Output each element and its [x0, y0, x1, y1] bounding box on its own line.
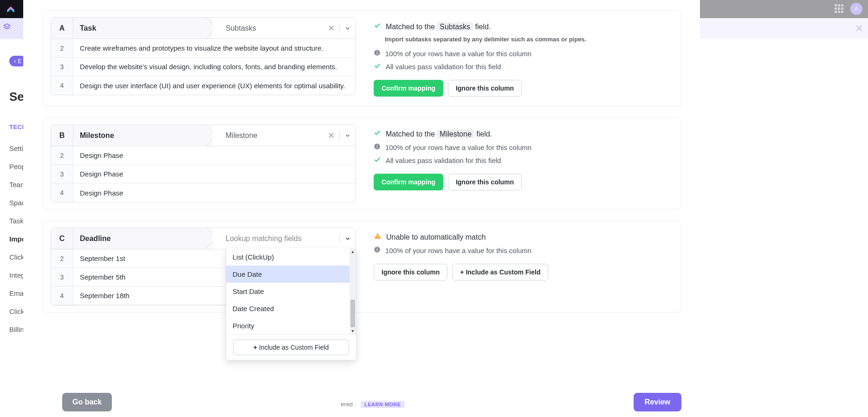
clickup-logo-icon: [6, 4, 16, 14]
include-custom-field-button[interactable]: +Include as Custom Field: [233, 339, 349, 355]
confirm-mapping-button[interactable]: Confirm mapping: [374, 174, 443, 190]
dropdown-option[interactable]: Priority: [226, 317, 356, 334]
column-letter: B: [51, 125, 73, 146]
ignore-column-button[interactable]: Ignore this column: [374, 264, 447, 280]
dropdown-option[interactable]: Start Date: [226, 283, 356, 300]
chevron-down-icon[interactable]: [344, 25, 351, 32]
mapping-card-task: A Task Subtasks ✕: [43, 10, 681, 106]
scroll-up-icon[interactable]: ▲: [350, 248, 356, 255]
plus-icon: +: [253, 344, 257, 351]
confirm-mapping-button[interactable]: Confirm mapping: [374, 80, 443, 97]
check-icon: [374, 129, 381, 138]
table-row: 2Design Phase: [51, 146, 356, 165]
check-icon: [374, 62, 381, 71]
chevron-down-icon[interactable]: [344, 235, 351, 242]
check-icon: [374, 156, 381, 165]
preview-table: A Task Subtasks ✕: [51, 17, 356, 95]
table-row: 4Design Phase: [51, 183, 356, 202]
import-mapping-modal: A Task Subtasks ✕: [23, 0, 700, 417]
mapping-card-milestone: B Milestone Milestone ✕: [43, 117, 681, 209]
scroll-down-icon[interactable]: ▼: [350, 328, 356, 334]
info-icon: [374, 49, 381, 58]
svg-point-6: [377, 144, 378, 145]
learn-more-link[interactable]: LEARN MORE: [361, 401, 405, 408]
table-row: 3Design Phase: [51, 165, 356, 183]
scrollbar[interactable]: ▲ ▼: [350, 248, 356, 334]
preview-table: C Deadline Lookup matching fields: [51, 228, 356, 306]
footer-note: ered . LEARN MORE: [341, 401, 405, 411]
info-icon: [374, 246, 381, 254]
svg-point-11: [377, 248, 378, 248]
info-icon: [374, 143, 381, 151]
check-icon: [374, 22, 381, 31]
dropdown-option[interactable]: List (ClickUp): [226, 248, 356, 266]
field-lookup-dropdown[interactable]: List (ClickUp) Due Date Start Date Date …: [226, 248, 356, 360]
column-letter: C: [51, 228, 73, 249]
warning-icon: [374, 232, 382, 242]
svg-marker-0: [4, 24, 10, 27]
ignore-column-button[interactable]: Ignore this column: [448, 80, 522, 97]
column-letter: A: [51, 18, 73, 39]
clear-icon[interactable]: ✕: [328, 23, 335, 33]
review-button[interactable]: Review: [634, 393, 681, 411]
dropdown-option[interactable]: Due Date: [226, 266, 356, 283]
column-name: Milestone: [73, 125, 213, 146]
mapping-select[interactable]: Milestone ✕: [213, 125, 356, 146]
table-row: 2Create wireframes and prototypes to vis…: [51, 39, 356, 58]
sub-note: Import subtasks separated by any delimit…: [385, 36, 668, 43]
go-back-button[interactable]: Go back: [62, 393, 112, 411]
mapping-select[interactable]: Lookup matching fields: [213, 228, 356, 249]
svg-rect-2: [377, 52, 377, 54]
svg-point-8: [377, 237, 378, 238]
column-name: Deadline: [73, 228, 213, 249]
svg-rect-7: [377, 235, 378, 237]
mapping-select[interactable]: Subtasks ✕: [213, 18, 356, 39]
column-name: Task: [73, 18, 213, 39]
clear-icon[interactable]: ✕: [328, 130, 335, 141]
ignore-column-button[interactable]: Ignore this column: [448, 174, 522, 190]
table-row: 3Develop the website's visual design, in…: [51, 58, 356, 76]
dropdown-option[interactable]: Date Created: [226, 300, 356, 317]
mapping-card-deadline: C Deadline Lookup matching fields: [43, 221, 681, 313]
table-row: 4Design the user interface (UI) and user…: [51, 76, 356, 95]
svg-point-3: [377, 51, 378, 52]
plus-icon: +: [460, 268, 464, 276]
preview-table: B Milestone Milestone ✕: [51, 124, 356, 202]
svg-rect-5: [377, 146, 377, 148]
chevron-down-icon[interactable]: [344, 132, 351, 139]
svg-rect-10: [377, 249, 377, 251]
include-custom-field-button[interactable]: +Include as Custom Field: [452, 264, 548, 280]
layers-icon[interactable]: [3, 23, 11, 33]
